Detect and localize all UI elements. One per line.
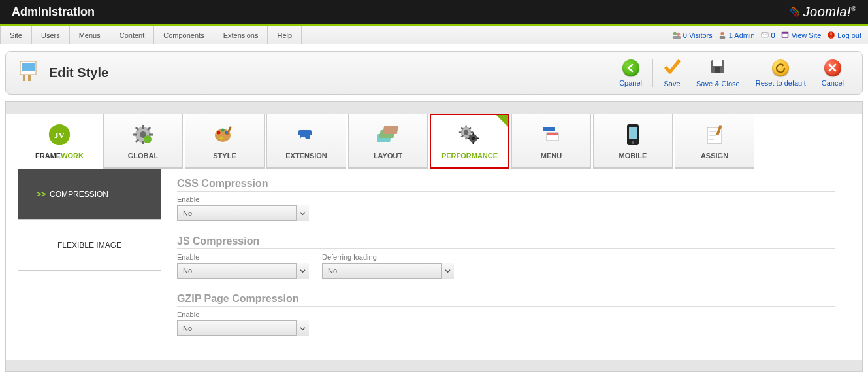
js-enable-select[interactable]: No: [177, 263, 309, 279]
cancel-icon: [824, 60, 841, 76]
body-grid: >> COMPRESSION FLEXIBLE IMAGE CSS Compre…: [6, 169, 862, 360]
gzip-compression-title: GZIP Page Compression: [177, 293, 835, 307]
joomla-logo-icon: [790, 7, 799, 16]
menu-content[interactable]: Content: [110, 26, 155, 44]
section-js-compression: JS Compression Enable No Deferring loadi…: [177, 235, 835, 279]
admin-icon: [718, 31, 727, 40]
sidebar: >> COMPRESSION FLEXIBLE IMAGE: [18, 169, 161, 360]
tab-framework[interactable]: JV FRAMEWORK: [18, 114, 101, 169]
style-icon: [213, 123, 236, 146]
menu-menus[interactable]: Menus: [70, 26, 110, 44]
chevron-down-icon: [296, 263, 309, 279]
tab-global-label: GLOBAL: [128, 152, 158, 160]
svg-point-51: [472, 137, 475, 140]
svg-text:JV: JV: [54, 130, 65, 140]
status-viewsite[interactable]: View Site: [780, 31, 822, 40]
framework-icon: JV: [48, 123, 71, 146]
visitors-icon: [672, 31, 681, 40]
svg-line-46: [461, 128, 463, 129]
tab-mobile-label: MOBILE: [619, 152, 647, 160]
menubar-left: Site Users Menus Content Components Exte…: [0, 26, 302, 44]
status-mail[interactable]: 0: [760, 31, 775, 40]
sidebar-active-marker: >>: [37, 190, 46, 199]
tab-style[interactable]: STYLE: [185, 114, 265, 169]
menu-extensions[interactable]: Extensions: [214, 26, 268, 44]
tab-assign[interactable]: ASSIGN: [675, 114, 754, 169]
status-logout[interactable]: Log out: [826, 31, 861, 40]
svg-rect-16: [713, 60, 722, 66]
save-button[interactable]: Save: [656, 58, 688, 88]
page-title: Edit Style: [49, 65, 108, 80]
svg-rect-58: [547, 133, 558, 135]
menu-components[interactable]: Components: [154, 26, 214, 44]
view-site-icon: [780, 31, 790, 40]
svg-point-35: [220, 136, 223, 139]
svg-rect-9: [830, 32, 831, 35]
section-gzip-compression: GZIP Page Compression Enable No: [177, 293, 835, 336]
save-close-button[interactable]: Save & Close: [688, 58, 748, 88]
gzip-enable-label: Enable: [177, 311, 835, 318]
main-panel: CSS Compression Enable No JS Compression…: [161, 169, 850, 360]
tab-assign-label: ASSIGN: [701, 152, 728, 160]
svg-line-26: [136, 128, 138, 130]
content-wrap: JV FRAMEWORK GLOBAL STYLE EXTENSION LAYO…: [5, 101, 863, 372]
tab-menu-label: MENU: [541, 152, 562, 160]
content-inner: JV FRAMEWORK GLOBAL STYLE EXTENSION LAYO…: [6, 114, 862, 360]
svg-rect-2: [673, 35, 681, 38]
tab-global[interactable]: GLOBAL: [103, 114, 183, 169]
menu-users[interactable]: Users: [32, 26, 70, 44]
svg-rect-17: [715, 67, 720, 73]
menu-icon: [539, 123, 563, 146]
save-close-icon: [709, 58, 726, 77]
js-deferring-label: Deferring loading: [322, 253, 454, 261]
svg-rect-12: [22, 63, 35, 71]
status-visitors: 0 Visitors: [672, 31, 713, 40]
svg-line-29: [136, 139, 138, 142]
reset-button[interactable]: Reset to default: [748, 60, 814, 87]
js-compression-title: JS Compression: [177, 235, 835, 249]
svg-rect-5: [761, 32, 768, 37]
svg-point-61: [632, 141, 634, 144]
tab-extension[interactable]: EXTENSION: [266, 114, 346, 169]
menubar-right: 0 Visitors 1 Admin 0 View Site Log out: [672, 26, 861, 44]
menu-help[interactable]: Help: [268, 26, 302, 44]
tab-style-label: STYLE: [213, 152, 236, 160]
sidebar-item-flexible-image[interactable]: FLEXIBLE IMAGE: [18, 220, 161, 271]
status-admin: 1 Admin: [718, 31, 755, 40]
js-deferring-value: No: [322, 263, 454, 279]
logout-icon: [826, 31, 835, 40]
cpanel-icon: [622, 60, 639, 76]
svg-rect-14: [28, 75, 31, 81]
css-enable-value: No: [177, 205, 309, 221]
performance-icon: [458, 123, 481, 146]
sidebar-item-compression[interactable]: >> COMPRESSION: [18, 169, 161, 220]
css-compression-title: CSS Compression: [177, 178, 835, 192]
cancel-button[interactable]: Cancel: [814, 60, 852, 87]
gzip-enable-select[interactable]: No: [177, 320, 309, 336]
svg-point-3: [720, 31, 724, 35]
toolbar-separator: [652, 60, 653, 87]
tab-menu[interactable]: MENU: [511, 114, 591, 169]
svg-point-41: [464, 130, 468, 135]
svg-line-48: [469, 128, 471, 129]
css-enable-select[interactable]: No: [177, 205, 309, 221]
js-deferring-select[interactable]: No: [322, 263, 454, 279]
brand-text: Joomla!®: [803, 5, 856, 20]
reset-icon: [772, 60, 789, 76]
tab-performance-label: PERFORMANCE: [442, 152, 498, 160]
cpanel-button[interactable]: Cpanel: [611, 60, 650, 87]
mail-icon: [760, 31, 769, 40]
svg-point-1: [677, 32, 680, 35]
menu-site[interactable]: Site: [0, 26, 32, 44]
svg-rect-13: [23, 75, 25, 81]
tab-mobile[interactable]: MOBILE: [593, 114, 673, 169]
admin-title: Administration: [12, 5, 95, 19]
gzip-enable-value: No: [177, 320, 309, 336]
js-enable-label: Enable: [177, 253, 309, 261]
tab-framework-label: FRAMEWORK: [35, 152, 84, 160]
edit-style-icon: [16, 60, 40, 86]
chevron-down-icon: [296, 205, 309, 221]
tab-performance[interactable]: PERFORMANCE: [430, 114, 509, 169]
tab-layout[interactable]: LAYOUT: [348, 114, 428, 169]
save-icon: [664, 58, 681, 77]
